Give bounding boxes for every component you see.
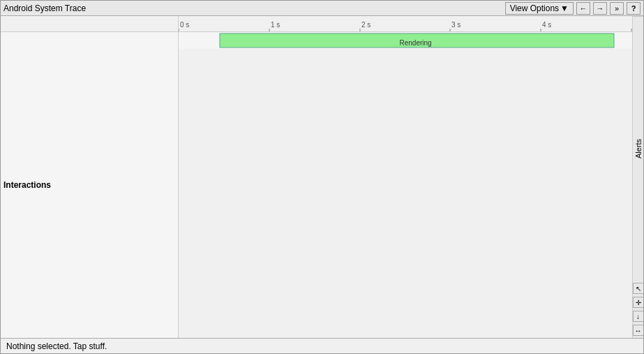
help-button[interactable]: ? — [627, 2, 641, 15]
timeline-canvas — [179, 16, 632, 31]
down-tool-btn[interactable]: ↓ — [633, 311, 644, 322]
nav-forward-button[interactable]: → — [593, 2, 607, 15]
interactions-canvas — [179, 32, 632, 49]
timeline-header — [179, 16, 632, 31]
resize-tool-btn[interactable]: ↔ — [633, 325, 644, 336]
status-message: Nothing selected. Tap stuff. — [6, 341, 107, 351]
content-area: Interactions Alerts — [1, 16, 632, 338]
nav-expand-button[interactable]: » — [610, 2, 624, 15]
cursor-tool-btn[interactable]: ↖ — [633, 283, 644, 294]
title-bar-controls: View Options ▼ ← → » ? — [505, 2, 641, 15]
alerts-side-label[interactable]: Alerts — [633, 16, 643, 281]
timeline-header-area — [1, 16, 632, 32]
view-options-button[interactable]: View Options ▼ — [505, 2, 574, 15]
header-label — [1, 16, 179, 31]
move-tool-btn[interactable]: ✛ — [633, 297, 644, 308]
app-title: Android System Trace — [3, 3, 86, 13]
nav-back-button[interactable]: ← — [576, 2, 590, 15]
interactions-trace[interactable] — [179, 32, 632, 338]
main-content: Interactions Alerts — [1, 16, 643, 338]
interactions-row: Interactions — [1, 32, 632, 338]
rows-scroll[interactable]: Interactions Alerts — [1, 32, 632, 338]
scrollbar-tools: ↖ ✛ ↓ ↔ — [633, 281, 643, 338]
title-bar: Android System Trace View Options ▼ ← → … — [1, 1, 643, 16]
status-bar: Nothing selected. Tap stuff. — [1, 338, 643, 353]
interactions-label: Interactions — [1, 32, 179, 338]
right-side-panel: Alerts ↖ ✛ ↓ ↔ — [632, 16, 643, 338]
app: Android System Trace View Options ▼ ← → … — [0, 0, 644, 354]
